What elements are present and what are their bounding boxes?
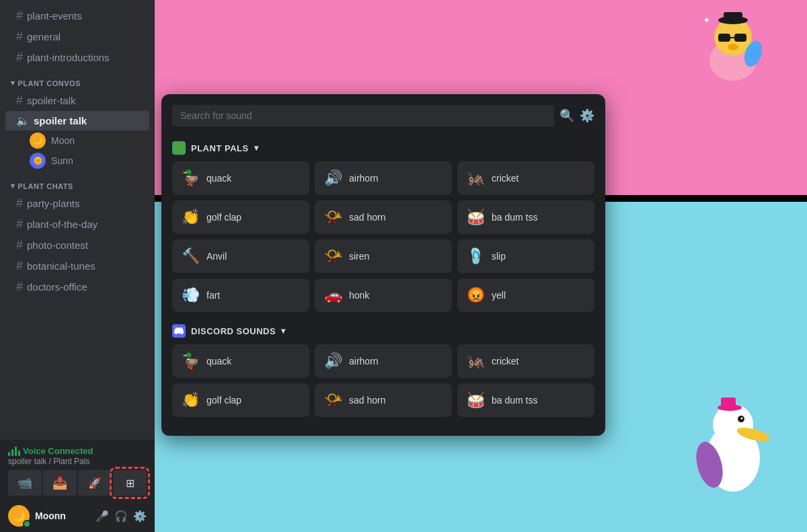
sound-emoji: 🦗 <box>467 352 485 370</box>
sound-label: ba dum tss <box>492 395 537 406</box>
voice-connected-subtitle: spoiler talk / Plant Pals <box>8 457 147 466</box>
plant-pals-icon: 🌿 <box>172 141 186 155</box>
sidebar-item-general[interactable]: # general <box>5 26 149 47</box>
sound-label: airhorn <box>349 356 379 367</box>
sound-button-yell[interactable]: 😡 yell <box>457 278 594 312</box>
avatar-sunn: 🌞 <box>30 153 46 169</box>
sound-button-fart[interactable]: 💨 fart <box>172 278 309 312</box>
sidebar-item-spoiler-talk-voice[interactable]: 🔈 spoiler talk <box>5 111 149 130</box>
sidebar-item-photo-contest[interactable]: # photo-contest <box>5 235 149 256</box>
sidebar-item-plant-introductions[interactable]: # plant-introductions <box>5 47 149 68</box>
discord-sounds-section-header[interactable]: DISCORD SOUNDS ▾ <box>172 320 594 344</box>
svg-rect-3 <box>734 34 746 42</box>
settings-icon[interactable]: ⚙️ <box>580 108 594 123</box>
sound-emoji: 📯 <box>324 208 342 226</box>
sub-user-moon[interactable]: 🌙 Moon <box>30 130 149 151</box>
hash-icon: # <box>16 50 23 65</box>
discord-sounds-icon <box>172 324 186 338</box>
chevron-down-icon: ▾ <box>281 326 286 336</box>
sound-emoji: 🔊 <box>324 352 342 370</box>
sound-label: yell <box>492 290 506 301</box>
svg-text:✦: ✦ <box>703 15 711 26</box>
search-icon[interactable]: 🔍 <box>560 108 574 123</box>
sound-button-honk[interactable]: 🚗 honk <box>315 278 452 312</box>
sound-label: sad horn <box>349 395 385 406</box>
voice-connected-bar: Voice Connected spoiler talk / Plant Pal… <box>0 440 155 500</box>
sidebar-item-party-plants[interactable]: # party-plants <box>5 193 149 214</box>
chevron-down-icon: ▾ <box>11 79 15 87</box>
sound-emoji: 🦆 <box>182 352 200 370</box>
sidebar-item-plant-of-the-day[interactable]: # plant-of-the-day <box>5 214 149 235</box>
sound-label: cricket <box>492 356 518 367</box>
sound-label: golf clap <box>206 212 241 223</box>
sub-user-sunn[interactable]: 🌞 Sunn <box>30 151 149 171</box>
search-input[interactable] <box>172 105 554 126</box>
camera-button[interactable]: 📹 <box>8 470 42 496</box>
sound-button-quack[interactable]: 🦆 quack <box>172 161 309 195</box>
sound-label: golf clap <box>206 395 241 406</box>
sound-emoji: 🔨 <box>182 248 200 265</box>
speaker-icon: 🔈 <box>16 114 30 127</box>
sidebar-item-doctors-office[interactable]: # doctors-office <box>5 276 149 297</box>
sound-emoji: 🥁 <box>467 208 485 226</box>
sound-button-Anvil[interactable]: 🔨 Anvil <box>172 239 309 273</box>
sound-label: cricket <box>492 173 518 184</box>
hash-icon: # <box>16 93 23 108</box>
sound-button-ba-dum-tss[interactable]: 🥁 ba dum tss <box>457 383 594 417</box>
sound-button-siren[interactable]: 📯 siren <box>315 239 452 273</box>
svg-point-5 <box>728 44 738 50</box>
sidebar-channels: # plant-events # general # plant-introdu… <box>0 0 155 440</box>
hash-icon: # <box>16 238 23 252</box>
sound-emoji: 🩴 <box>467 248 485 265</box>
avatar: 🌙 <box>8 505 30 527</box>
sound-button-golf-clap[interactable]: 👏 golf clap <box>172 383 309 417</box>
sound-search-row: 🔍 ⚙️ <box>172 105 594 126</box>
deafen-icon[interactable]: 🎧 <box>114 510 128 523</box>
hash-icon: # <box>16 259 23 273</box>
sound-button-slip[interactable]: 🩴 slip <box>457 239 594 273</box>
sidebar-item-plant-events[interactable]: # plant-events <box>5 5 149 26</box>
hash-icon: # <box>16 280 23 294</box>
sound-button-cricket[interactable]: 🦗 cricket <box>457 161 594 195</box>
category-plant-convos[interactable]: ▾ PLANT CONVOS <box>0 68 155 90</box>
sound-picker-modal: 🌿 🔍 ⚙️ 🌿 PLANT PALS ▾ 🦆 quack <box>161 94 605 436</box>
sound-button-airhorn[interactable]: 🔊 airhorn <box>315 344 452 378</box>
sound-button-golf-clap[interactable]: 👏 golf clap <box>172 200 309 234</box>
sound-emoji: 🔊 <box>324 169 342 187</box>
sound-label: airhorn <box>349 173 379 184</box>
voice-connected-title: Voice Connected <box>8 446 147 456</box>
sound-emoji: 😡 <box>467 287 485 304</box>
sidebar-item-spoiler-talk-text[interactable]: # spoiler-talk <box>5 90 149 111</box>
hash-icon: # <box>16 196 23 211</box>
sound-emoji: 🦗 <box>467 169 485 187</box>
avatar-moon: 🌙 <box>30 132 46 149</box>
plant-pals-section: 🌿 PLANT PALS ▾ 🦆 quack 🔊 airhorn 🦗 crick… <box>172 137 594 312</box>
hash-icon: # <box>16 9 23 23</box>
sound-emoji: 👏 <box>182 391 200 409</box>
sound-label: quack <box>206 356 231 367</box>
sound-button-sad-horn[interactable]: 📯 sad horn <box>315 383 452 417</box>
sound-label: sad horn <box>349 212 385 223</box>
activity-button[interactable]: 🚀 <box>78 470 112 496</box>
sound-label: ba dum tss <box>492 212 537 223</box>
sound-button-airhorn[interactable]: 🔊 airhorn <box>315 161 452 195</box>
sound-button-quack[interactable]: 🦆 quack <box>172 344 309 378</box>
voice-action-buttons: 📹 📤 🚀 ⊞ <box>8 470 147 496</box>
soundboard-button[interactable]: ⊞ <box>113 470 147 496</box>
user-panel-controls: 🎤 🎧 ⚙️ <box>95 510 147 523</box>
sound-emoji: 👏 <box>182 208 200 226</box>
share-button[interactable]: 📤 <box>43 470 77 496</box>
sound-button-cricket[interactable]: 🦗 cricket <box>457 344 594 378</box>
sound-emoji: 💨 <box>182 287 200 304</box>
settings-icon[interactable]: ⚙️ <box>133 510 147 523</box>
sound-button-ba-dum-tss[interactable]: 🥁 ba dum tss <box>457 200 594 234</box>
category-plant-chats[interactable]: ▾ PLANT CHATS <box>0 171 155 193</box>
sidebar: # plant-events # general # plant-introdu… <box>0 0 155 532</box>
plant-pals-section-header[interactable]: 🌿 PLANT PALS ▾ <box>172 137 594 161</box>
voice-bars-icon <box>8 447 20 456</box>
discord-sounds-section: DISCORD SOUNDS ▾ 🦆 quack 🔊 airhorn 🦗 cri… <box>172 320 594 417</box>
sidebar-item-botanical-tunes[interactable]: # botanical-tunes <box>5 256 149 276</box>
sound-button-sad-horn[interactable]: 📯 sad horn <box>315 200 452 234</box>
mute-icon[interactable]: 🎤 <box>95 510 109 523</box>
sound-label: quack <box>206 173 231 184</box>
